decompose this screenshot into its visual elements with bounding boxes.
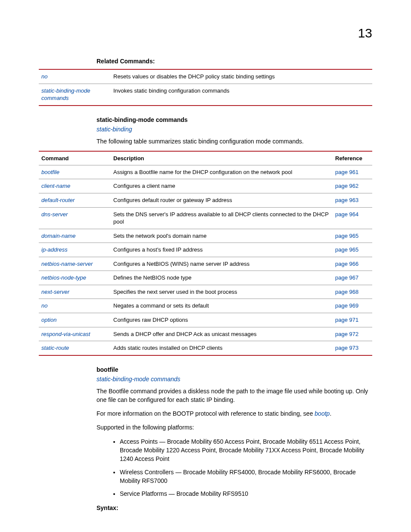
list-item: Access Points — Brocade Mobility 650 Acc…	[120, 437, 372, 464]
cmd-cell: default-router	[39, 193, 111, 208]
th-command: Command	[39, 151, 111, 165]
desc-cell: Invokes static binding configuration com…	[111, 84, 333, 106]
page-link[interactable]: page 967	[335, 274, 358, 281]
bootfile-heading: bootfile	[97, 366, 372, 373]
ref-cell: page 965	[333, 229, 372, 243]
desc-cell: Sets the DNS server's IP address availab…	[111, 207, 333, 229]
page-link[interactable]: page 962	[335, 183, 358, 189]
ref-cell: page 961	[333, 165, 372, 179]
desc-cell: Sends a DHCP offer and DHCP Ack as unica…	[111, 327, 333, 341]
cmd-cell: dns-server	[39, 207, 111, 229]
cmd-cell: domain-name	[39, 229, 111, 243]
bootfile-p1: The Bootfile command provides a diskless…	[97, 387, 372, 404]
bootfile-p2-post: .	[330, 410, 331, 417]
page-link[interactable]: page 961	[335, 169, 358, 175]
desc-cell: Adds static routes installed on DHCP cli…	[111, 341, 333, 355]
desc-cell: Defines the NetBIOS node type	[111, 271, 333, 285]
page-link[interactable]: page 973	[335, 345, 358, 351]
page-link[interactable]: page 964	[335, 211, 358, 218]
ref-cell: page 973	[333, 341, 372, 355]
bootfile-backlink[interactable]: static-binding-mode commands	[97, 376, 372, 383]
ref-cell: page 968	[333, 285, 372, 299]
table-row: next-serverSpecifies the next server use…	[39, 285, 372, 299]
ref-cell: page 964	[333, 207, 372, 229]
cmd-cell: static-route	[39, 341, 111, 355]
sbm-table: Command Description Reference bootfileAs…	[39, 151, 372, 356]
cmd-cell: option	[39, 313, 111, 327]
command-link[interactable]: static-route	[41, 345, 69, 351]
desc-cell: Configures a host's fixed IP address	[111, 243, 333, 257]
page-link[interactable]: page 969	[335, 302, 358, 309]
table-row: bootfileAssigns a Bootfile name for the …	[39, 165, 372, 179]
cmd-cell: next-server	[39, 285, 111, 299]
sbm-intro: The following table summarizes static bi…	[97, 137, 372, 146]
ref-cell: page 971	[333, 313, 372, 327]
cmd-cell: netbios-node-type	[39, 271, 111, 285]
ref-cell	[333, 69, 372, 84]
command-link[interactable]: ip-address	[41, 246, 68, 253]
command-link[interactable]: netbios-name-server	[41, 261, 93, 267]
bootfile-p2: For more information on the BOOTP protoc…	[97, 409, 372, 418]
cmd-cell: no	[39, 299, 111, 313]
page: 13 Related Commands: noResets values or …	[0, 0, 411, 532]
sbm-heading: static-binding-mode commands	[97, 116, 372, 123]
table-row: optionConfigures raw DHCP optionspage 97…	[39, 313, 372, 327]
ref-cell: page 966	[333, 257, 372, 271]
page-link[interactable]: page 963	[335, 197, 358, 203]
desc-cell: Configures a client name	[111, 179, 333, 193]
page-link[interactable]: page 965	[335, 233, 358, 239]
th-reference: Reference	[333, 151, 372, 165]
table-row: netbios-name-serverConfigures a NetBIOS …	[39, 257, 372, 271]
page-link[interactable]: page 972	[335, 331, 358, 337]
ref-cell	[333, 84, 372, 106]
command-link[interactable]: bootfile	[41, 169, 59, 175]
table-row: default-routerConfigures default router …	[39, 193, 372, 208]
cmd-cell: client-name	[39, 179, 111, 193]
cmd-cell: no	[39, 69, 111, 84]
table-row: static-binding-mode commandsInvokes stat…	[39, 84, 372, 106]
command-link[interactable]: client-name	[41, 183, 70, 189]
ref-cell: page 967	[333, 271, 372, 285]
page-link[interactable]: page 968	[335, 289, 358, 295]
table-row: client-nameConfigures a client namepage …	[39, 179, 372, 193]
ref-cell: page 965	[333, 243, 372, 257]
ref-cell: page 972	[333, 327, 372, 341]
ref-cell: page 963	[333, 193, 372, 208]
table-row: netbios-node-typeDefines the NetBIOS nod…	[39, 271, 372, 285]
command-link[interactable]: respond-via-unicast	[41, 331, 90, 337]
cmd-cell: ip-address	[39, 243, 111, 257]
command-link[interactable]: default-router	[41, 197, 75, 203]
list-item: Service Platforms — Brocade Mobility RFS…	[120, 489, 372, 498]
bootfile-p3: Supported in the following platforms:	[97, 423, 372, 432]
table-row: noResets values or disables the DHCP pol…	[39, 69, 372, 84]
ref-cell: page 969	[333, 299, 372, 313]
table-row: dns-serverSets the DNS server's IP addre…	[39, 207, 372, 229]
command-link[interactable]: domain-name	[41, 233, 76, 239]
bootfile-p2-pre: For more information on the BOOTP protoc…	[97, 410, 314, 417]
ref-cell: page 962	[333, 179, 372, 193]
command-link[interactable]: option	[41, 317, 56, 323]
desc-cell: Configures raw DHCP options	[111, 313, 333, 327]
page-link[interactable]: page 971	[335, 317, 358, 323]
cmd-cell: netbios-name-server	[39, 257, 111, 271]
command-link[interactable]: next-server	[41, 289, 69, 295]
table-row: static-routeAdds static routes installed…	[39, 341, 372, 355]
desc-cell: Negates a command or sets its default	[111, 299, 333, 313]
desc-cell: Resets values or disables the DHCP polic…	[111, 69, 333, 84]
table-row: noNegates a command or sets its defaultp…	[39, 299, 372, 313]
command-link[interactable]: no	[41, 302, 47, 309]
related-commands-heading: Related Commands:	[97, 58, 372, 65]
page-link[interactable]: page 966	[335, 261, 358, 267]
cmd-cell: respond-via-unicast	[39, 327, 111, 341]
command-link[interactable]: dns-server	[41, 211, 68, 218]
command-link[interactable]: no	[41, 73, 47, 80]
page-link[interactable]: page 965	[335, 246, 358, 253]
command-link[interactable]: netbios-node-type	[41, 274, 86, 281]
bootp-link[interactable]: bootp	[314, 410, 330, 417]
table-row: domain-nameSets the network pool's domai…	[39, 229, 372, 243]
command-link[interactable]: static-binding-mode commands	[41, 87, 90, 102]
sbm-backlink[interactable]: static-binding	[97, 126, 372, 133]
syntax-heading: Syntax:	[97, 504, 372, 511]
table-row: respond-via-unicastSends a DHCP offer an…	[39, 327, 372, 341]
cmd-cell: static-binding-mode commands	[39, 84, 111, 106]
